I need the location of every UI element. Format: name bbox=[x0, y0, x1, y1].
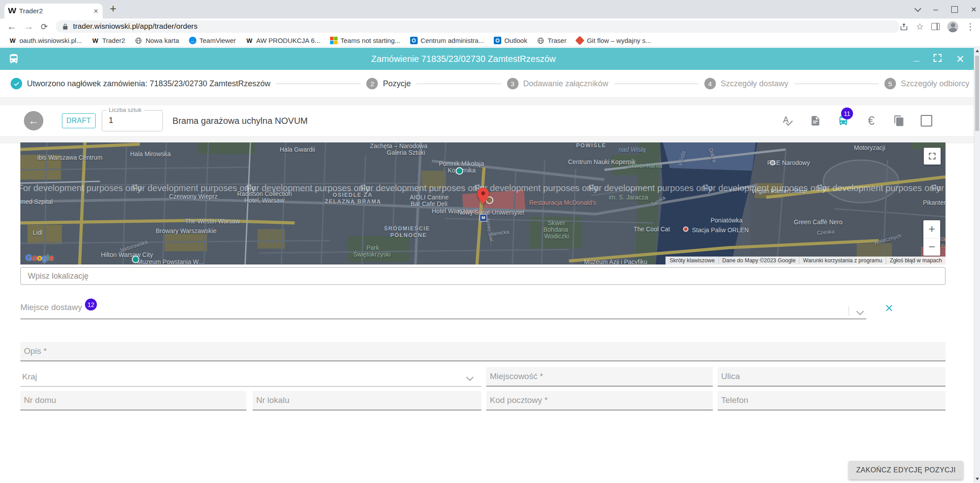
map-poi-icon bbox=[770, 160, 775, 165]
postal-code-field[interactable]: Kod pocztowy * bbox=[486, 391, 713, 410]
step-3-circle: 3 bbox=[507, 78, 519, 89]
scroll-up-icon[interactable] bbox=[976, 50, 979, 52]
window-close-button[interactable]: × bbox=[971, 4, 976, 15]
dialog-minimize-icon[interactable]: _ bbox=[914, 51, 919, 63]
chrome-menu-icon[interactable]: ⋮ bbox=[966, 21, 975, 32]
apartment-number-field[interactable]: Nr lokalu bbox=[253, 391, 481, 410]
select-checkbox[interactable] bbox=[921, 115, 932, 126]
reload-icon[interactable]: ⟳ bbox=[41, 22, 48, 32]
map-attribution: Skróty klawiszowe Dane do Mapy ©2023 Goo… bbox=[665, 257, 945, 264]
bookmark-aw-produkcja-6[interactable]: WAW PRODUKCJA 6... bbox=[242, 36, 323, 45]
delivery-count-badge: 11 bbox=[841, 107, 853, 119]
zoom-in-button[interactable]: + bbox=[923, 220, 940, 238]
window-minimize-button[interactable]: – bbox=[934, 5, 938, 14]
stepper-connector bbox=[614, 84, 699, 84]
delivery-place-label: Miejsce dostawy bbox=[20, 303, 82, 312]
tab-close-icon[interactable]: × bbox=[93, 7, 98, 16]
map-label: nad Wisłą bbox=[619, 146, 646, 153]
back-icon[interactable]: ← bbox=[7, 21, 17, 32]
map-report-link[interactable]: Zgłoś błąd w mapach bbox=[886, 257, 945, 264]
window-maximize-button[interactable] bbox=[951, 6, 958, 13]
map-label: Skwer bbox=[548, 219, 565, 226]
step-5-label: Szczegóły odbiorcy bbox=[901, 79, 969, 88]
step-2-circle: 2 bbox=[366, 78, 378, 89]
delivery-place-select[interactable] bbox=[20, 318, 866, 319]
spellcheck-button[interactable] bbox=[781, 115, 794, 127]
zoom-out-button[interactable]: − bbox=[923, 238, 940, 256]
dialog-fullscreen-icon[interactable] bbox=[932, 53, 943, 65]
street-field[interactable]: Ulica bbox=[718, 367, 945, 387]
description-field[interactable]: Opis * bbox=[20, 342, 945, 361]
bookmark-nowa-karta[interactable]: Nowa karta bbox=[131, 36, 183, 45]
delivery-place-clear-icon[interactable]: × bbox=[885, 300, 893, 316]
scrollbar-thumb[interactable] bbox=[975, 56, 979, 131]
bookmark-label: Trader2 bbox=[102, 37, 125, 44]
map-poi-icon: M bbox=[480, 214, 487, 222]
copy-button[interactable] bbox=[893, 115, 905, 127]
share-icon[interactable] bbox=[899, 22, 908, 31]
map-shortcuts-link[interactable]: Skróty klawiszowe bbox=[665, 257, 718, 264]
google-map[interactable]: Zachęta – NarodowaGaleria SztukiHala Gwa… bbox=[20, 142, 945, 264]
map-data-link[interactable]: Dane do Mapy ©2023 Google bbox=[719, 257, 799, 264]
scroll-down-icon[interactable] bbox=[976, 478, 979, 480]
bookmark-outlook[interactable]: OOutlook bbox=[490, 36, 531, 45]
map-label: Czerwony Wieprz bbox=[169, 193, 218, 200]
tab-search-chevron-icon[interactable] bbox=[914, 5, 921, 12]
w-logo-icon: W bbox=[92, 37, 99, 44]
back-button[interactable]: ← bbox=[24, 111, 43, 130]
bookmark-teamviewer[interactable]: ↔TeamViewer bbox=[185, 36, 239, 45]
location-search-input[interactable] bbox=[21, 268, 945, 284]
side-panel-icon[interactable] bbox=[931, 23, 940, 30]
country-select[interactable]: Kraj bbox=[20, 367, 481, 387]
bookmark-centrum-administra[interactable]: OCentrum administra... bbox=[407, 36, 488, 45]
document-button[interactable] bbox=[809, 115, 822, 127]
address-bar: ← → ⟳ trader.wisniowski.pl/app/trader/or… bbox=[0, 19, 980, 34]
map-watermark: For development purposes only bbox=[588, 183, 712, 193]
map-label: med Szpital bbox=[20, 198, 53, 205]
bookmark-traser[interactable]: Traser bbox=[534, 36, 570, 45]
postal-code-label: Kod pocztowy * bbox=[490, 395, 548, 405]
quantity-field[interactable]: Liczba sztuk bbox=[102, 110, 163, 131]
house-number-field[interactable]: Nr domu bbox=[20, 391, 246, 410]
divider-band bbox=[0, 97, 980, 106]
select-divider bbox=[849, 306, 849, 316]
map-terms-link[interactable]: Warunki korzystania z programu bbox=[799, 257, 886, 264]
map-watermark: For development purposes only bbox=[20, 183, 142, 193]
google-logo[interactable]: Google bbox=[26, 253, 53, 263]
dialog-close-icon[interactable]: × bbox=[956, 51, 964, 66]
bookmark-star-icon[interactable]: ☆ bbox=[916, 21, 924, 32]
new-tab-button[interactable]: + bbox=[110, 2, 116, 15]
bookmark-trader2[interactable]: WTrader2 bbox=[88, 36, 129, 45]
step-szczegoly-dostawy[interactable]: 4 Szczegóły dostawy bbox=[704, 78, 788, 89]
map-marker[interactable] bbox=[477, 188, 489, 204]
map-label: Bar Cafe Deli bbox=[411, 200, 447, 207]
map-label: Muzeum Powstania W... bbox=[137, 258, 204, 264]
forward-icon[interactable]: → bbox=[24, 21, 34, 32]
bookmark-git-flow-wydajny-s[interactable]: Git flow – wydajny s... bbox=[573, 36, 654, 45]
browser-tab[interactable]: W Trader2 × bbox=[4, 4, 103, 19]
step-pozycje[interactable]: 2 Pozycje bbox=[366, 78, 411, 89]
map-label: AIOLI Cantine bbox=[410, 194, 449, 201]
finish-edit-button[interactable]: ZAKOŃCZ EDYCJĘ POZYCJI bbox=[849, 461, 963, 479]
step-szczegoly-odbiorcy[interactable]: 5 Szczegóły odbiorcy bbox=[884, 78, 969, 89]
step-2-label: Pozycje bbox=[383, 79, 411, 88]
phone-field[interactable]: Telefon bbox=[718, 391, 945, 410]
city-field[interactable]: Miejscowość * bbox=[486, 367, 713, 387]
page-scrollbar[interactable] bbox=[974, 47, 980, 483]
map-label: Zachęta – Narodowa bbox=[370, 142, 427, 150]
map-label: Hotel, Warsaw bbox=[244, 197, 284, 204]
bookmark-teams-not-starting[interactable]: Teams not starting... bbox=[327, 36, 404, 45]
step-zalaczniki[interactable]: 3 Dodawanie załączników bbox=[507, 78, 608, 89]
price-euro-button[interactable]: € bbox=[865, 115, 877, 127]
delivery-place-chevron-icon[interactable] bbox=[857, 308, 864, 315]
profile-avatar[interactable] bbox=[947, 21, 958, 32]
country-chevron-icon[interactable] bbox=[466, 374, 474, 381]
delivery-button[interactable]: 11 bbox=[837, 115, 849, 127]
map-fullscreen-button[interactable] bbox=[924, 148, 941, 165]
step-header-created[interactable]: Utworzono nagłówek zamówienia: 71835/23/… bbox=[11, 78, 270, 89]
map-label: ŚRÓDMIEŚCIE bbox=[384, 226, 430, 232]
url-omnibox[interactable]: trader.wisniowski.pl/app/trader/orders bbox=[56, 20, 899, 33]
location-search-field[interactable] bbox=[20, 267, 945, 285]
bookmark-oauth-wisniowski-pl[interactable]: Woauth.wisniowski.pl... bbox=[5, 36, 85, 45]
quantity-input[interactable] bbox=[108, 115, 154, 126]
